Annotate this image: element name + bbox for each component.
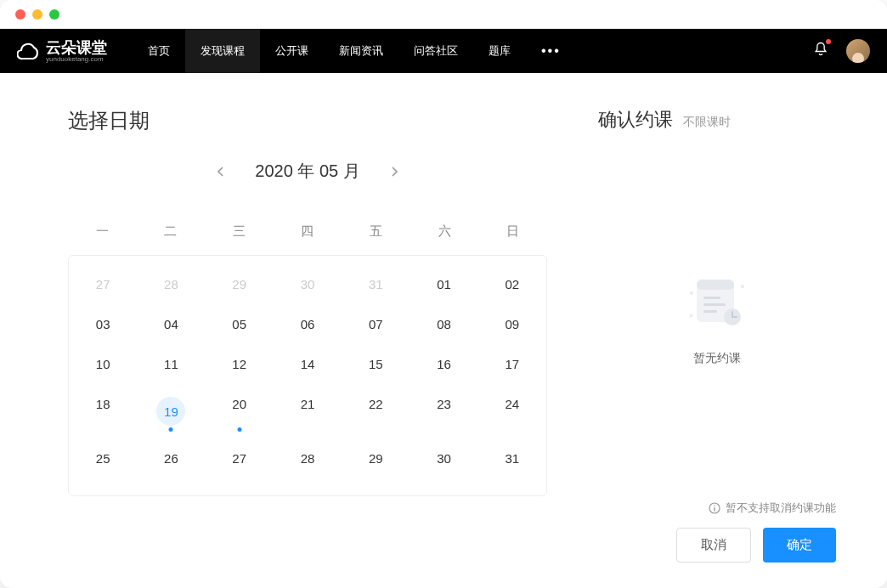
calendar-day[interactable]: 26: [137, 438, 205, 478]
empty-text: 暂无约课: [693, 351, 741, 366]
calendar-day[interactable]: 30: [274, 264, 342, 304]
calendar-day[interactable]: 23: [410, 384, 477, 438]
main-content: 选择日期 2020 年 05 月 一二三四五六日 272829303101020…: [0, 73, 887, 588]
calendar-day[interactable]: 04: [137, 304, 205, 344]
logo-text: 云朵课堂: [46, 40, 107, 55]
cloud-logo-icon: [17, 39, 41, 63]
calendar-day[interactable]: 11: [137, 344, 205, 384]
calendar-day[interactable]: 22: [342, 384, 410, 438]
calendar-day[interactable]: 30: [410, 438, 477, 478]
select-date-title: 选择日期: [68, 107, 547, 134]
svg-point-6: [690, 291, 693, 295]
nav-items: 首页发现课程公开课新闻资讯问答社区题库: [133, 29, 526, 73]
prev-month-button[interactable]: [212, 163, 229, 180]
notifications-button[interactable]: [812, 41, 829, 61]
close-window-button[interactable]: [15, 9, 25, 20]
cancel-button[interactable]: 取消: [676, 528, 751, 563]
svg-rect-10: [714, 507, 715, 512]
logo-sub: yunduoketang.com: [46, 55, 107, 63]
calendar-day[interactable]: 27: [206, 438, 274, 478]
calendar-day[interactable]: 14: [274, 344, 342, 384]
calendar-day[interactable]: 16: [410, 344, 477, 384]
svg-rect-2: [703, 297, 720, 299]
calendar-day[interactable]: 27: [69, 264, 137, 304]
svg-rect-4: [703, 310, 717, 313]
calendar-day[interactable]: 15: [342, 344, 410, 384]
calendar-day[interactable]: 24: [478, 384, 546, 438]
notification-dot: [826, 39, 831, 44]
svg-rect-3: [703, 303, 726, 306]
calendar-day[interactable]: 28: [274, 438, 342, 478]
calendar-day[interactable]: 31: [478, 438, 546, 478]
weekday-label: 五: [342, 208, 410, 255]
svg-point-9: [714, 505, 715, 506]
app-window: 云朵课堂 yunduoketang.com 首页发现课程公开课新闻资讯问答社区题…: [0, 0, 887, 588]
nav-item[interactable]: 新闻资讯: [324, 29, 398, 73]
calendar-day[interactable]: 05: [206, 304, 274, 344]
chevron-right-icon: [389, 167, 399, 177]
action-buttons: 取消 确定: [598, 528, 836, 563]
calendar-day[interactable]: 21: [274, 384, 342, 438]
calendar-day[interactable]: 31: [342, 264, 410, 304]
calendar-day[interactable]: 12: [206, 344, 274, 384]
top-nav: 云朵课堂 yunduoketang.com 首页发现课程公开课新闻资讯问答社区题…: [0, 29, 887, 73]
confirm-button[interactable]: 确定: [763, 528, 836, 563]
footer-note: 暂不支持取消约课功能: [598, 500, 836, 516]
calendar-day[interactable]: 02: [478, 264, 546, 304]
calendar-day[interactable]: 17: [478, 344, 546, 384]
calendar-day[interactable]: 01: [410, 264, 477, 304]
calendar-day[interactable]: 29: [206, 264, 274, 304]
calendar-day[interactable]: 20: [206, 384, 274, 438]
calendar-day[interactable]: 03: [69, 304, 137, 344]
calendar-day[interactable]: 29: [342, 438, 410, 478]
calendar-grid: 2728293031010203040506070809101112141516…: [68, 255, 547, 496]
event-dot: [237, 427, 241, 432]
maximize-window-button[interactable]: [49, 9, 59, 20]
empty-state: 暂无约课: [598, 133, 836, 500]
calendar-day[interactable]: 07: [342, 304, 410, 344]
window-titlebar: [0, 0, 887, 29]
calendar-day[interactable]: 18: [69, 384, 137, 438]
calendar-day[interactable]: 25: [69, 438, 137, 478]
info-icon: [709, 502, 720, 514]
calendar-header: 2020 年 05 月: [68, 160, 547, 183]
calendar-day[interactable]: 19: [137, 384, 205, 438]
date-pane: 选择日期 2020 年 05 月 一二三四五六日 272829303101020…: [68, 107, 547, 563]
confirm-subtitle: 不限课时: [683, 115, 731, 130]
weekday-label: 四: [274, 208, 342, 255]
minimize-window-button[interactable]: [32, 9, 42, 20]
weekday-label: 三: [205, 208, 274, 255]
confirm-pane: 确认约课 不限课时: [598, 107, 836, 563]
weekday-label: 六: [410, 208, 479, 255]
calendar-day[interactable]: 09: [478, 304, 546, 344]
calendar-day[interactable]: 10: [69, 344, 137, 384]
calendar-day[interactable]: 28: [137, 264, 205, 304]
weekday-label: 日: [478, 208, 547, 255]
calendar-weekdays: 一二三四五六日: [68, 208, 547, 255]
nav-item[interactable]: 发现课程: [185, 29, 260, 73]
nav-item[interactable]: 题库: [473, 29, 526, 73]
next-month-button[interactable]: [386, 163, 403, 180]
calendar-empty-icon: [683, 268, 751, 336]
svg-point-7: [741, 285, 744, 288]
weekday-label: 二: [137, 208, 206, 255]
logo[interactable]: 云朵课堂 yunduoketang.com: [17, 39, 107, 63]
calendar-period: 2020 年 05 月: [255, 160, 359, 183]
user-avatar[interactable]: [846, 39, 870, 63]
event-dot: [169, 427, 173, 432]
svg-rect-1: [697, 280, 734, 290]
chevron-left-icon: [216, 167, 226, 177]
weekday-label: 一: [68, 208, 137, 255]
calendar-day[interactable]: 06: [274, 304, 342, 344]
nav-more[interactable]: •••: [526, 43, 576, 59]
nav-item[interactable]: 问答社区: [398, 29, 473, 73]
confirm-title: 确认约课: [598, 107, 673, 133]
calendar-day[interactable]: 08: [410, 304, 477, 344]
nav-item[interactable]: 首页: [133, 29, 185, 73]
nav-item[interactable]: 公开课: [260, 29, 324, 73]
